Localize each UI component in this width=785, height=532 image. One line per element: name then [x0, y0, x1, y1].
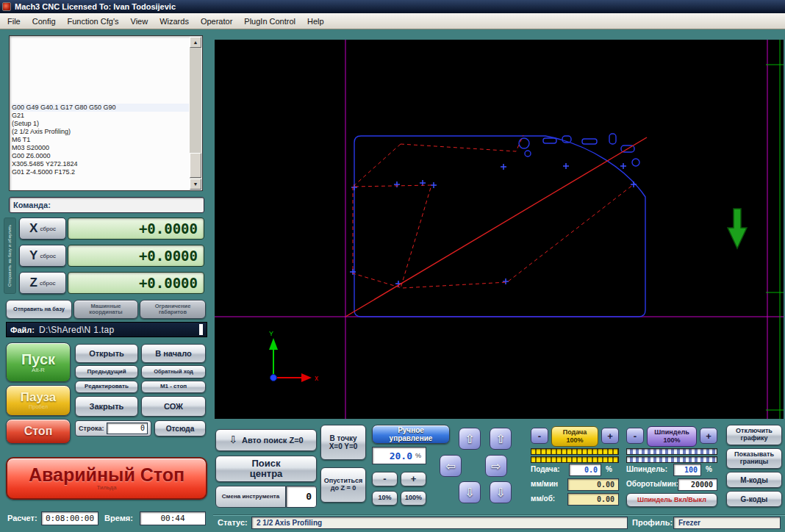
scroll-up-icon[interactable]: ▲: [190, 37, 201, 48]
z-zero-button[interactable]: Z сброс: [19, 272, 66, 294]
line-number-display[interactable]: 0: [107, 423, 148, 434]
scroll-down-icon[interactable]: ▼: [190, 179, 201, 190]
coolant-button[interactable]: СОЖ: [141, 396, 206, 417]
status-message: 2 1/2 Axis Profiling: [251, 517, 628, 529]
menu-file[interactable]: File: [1, 14, 26, 29]
tool-position-arrow: [728, 209, 747, 248]
cycle-start-label: Пуск: [21, 351, 55, 367]
title-bar: Mach3 CNC Licensed To: Ivan Todosijevic: [0, 0, 785, 13]
gcode-line[interactable]: (2 1/2 Axis Profiling): [12, 128, 189, 136]
goto-xy-zero-button[interactable]: В точку X=0 Y=0: [320, 425, 366, 460]
table-boundary-lines: [766, 40, 784, 419]
close-file-button[interactable]: Закрыть: [75, 396, 138, 417]
feed-rate-unit: %: [606, 465, 612, 473]
gcode-line-current[interactable]: G00 G49 G40.1 G17 G80 G50 G90: [12, 104, 189, 112]
edit-gcode-button[interactable]: Редактировать: [75, 381, 138, 393]
feed-override-slider-track[interactable]: [531, 456, 619, 463]
cycle-start-button[interactable]: Пуск Alt-R: [6, 342, 71, 382]
menu-wizards[interactable]: Wizards: [154, 14, 195, 29]
feed-override-reset-button[interactable]: Подача 100%: [551, 426, 598, 447]
machine-limit-lines: [215, 40, 784, 419]
cycle-start-hotkey: Alt-R: [32, 367, 45, 374]
tool-change-button[interactable]: Смена инструмента: [215, 486, 286, 508]
menu-help[interactable]: Help: [301, 14, 330, 29]
jog-step-decrease-button[interactable]: -: [372, 472, 398, 486]
emergency-stop-label: Аварийный Стоп: [29, 465, 184, 486]
jog-100-percent-label: 100%: [405, 495, 422, 502]
jog-y-plus-button[interactable]: ⇧: [459, 428, 481, 450]
feed-hold-button[interactable]: Пауза Пробел: [6, 385, 71, 416]
jog-100-percent-button[interactable]: 100%: [401, 491, 426, 506]
menu-view[interactable]: View: [125, 14, 154, 29]
menu-config[interactable]: Config: [26, 14, 62, 29]
stop-button[interactable]: Стоп: [6, 419, 71, 444]
reverse-run-button[interactable]: Обратный ход: [141, 365, 206, 378]
jog-left-icon: ⇦: [445, 459, 455, 473]
machine-coords-button[interactable]: Машинные координаты: [74, 300, 138, 319]
y-dro-display[interactable]: +0.0000: [68, 245, 204, 267]
scroll-thumb[interactable]: [190, 153, 201, 178]
command-input[interactable]: Команда:: [9, 197, 204, 213]
gcode-scrollbar[interactable]: ▲ ▼: [190, 37, 201, 190]
gcode-line[interactable]: G00 Z6.0000: [12, 152, 189, 160]
feed-override-slider[interactable]: [531, 448, 619, 455]
gcode-listing[interactable]: G00 G49 G40.1 G17 G80 G50 G90 G21 (Setup…: [9, 35, 203, 191]
jog-x-minus-button[interactable]: ⇦: [440, 455, 462, 477]
jog-x-plus-button[interactable]: ⇨: [485, 455, 507, 477]
jog-step-display[interactable]: 20.0 %: [372, 447, 426, 464]
y-zero-button[interactable]: Y сброс: [19, 245, 66, 267]
find-center-button[interactable]: Поиск центра: [215, 456, 317, 482]
soft-limits-button[interactable]: Ограничение габаритов: [140, 300, 206, 319]
feed-increase-button[interactable]: +: [601, 428, 619, 444]
jog-step-increase-button[interactable]: +: [401, 472, 426, 486]
toolpath-display[interactable]: Y x: [215, 40, 784, 419]
gcode-line[interactable]: G21: [12, 112, 189, 120]
gcode-line[interactable]: (Setup 1): [12, 120, 189, 128]
open-file-button[interactable]: Открыть: [75, 344, 138, 363]
ref-all-zero-vertical-button[interactable]: Отправить на базу и обнулить: [4, 218, 16, 294]
jog-z-plus-button[interactable]: ⇧: [490, 428, 512, 450]
menu-plugin-control[interactable]: PlugIn Control: [238, 14, 301, 29]
gcode-line[interactable]: M03 S20000: [12, 144, 189, 152]
spindle-decrease-button[interactable]: -: [626, 428, 644, 444]
gcode-line[interactable]: G01 Z-4.5000 F175.2: [12, 168, 189, 176]
gcode-line[interactable]: M6 T1: [12, 136, 189, 144]
menu-function-cfgs[interactable]: Function Cfg's: [62, 14, 125, 29]
jog-z-minus-button[interactable]: ⇩: [490, 481, 512, 503]
show-bounds-button[interactable]: Показывать границы: [726, 448, 782, 469]
ref-all-home-button[interactable]: Отправить на базу: [6, 300, 72, 319]
g-codes-button[interactable]: G-коды: [726, 491, 782, 507]
jog-mode-label: Ручное управление: [379, 426, 443, 442]
jog-10-percent-button[interactable]: 10%: [372, 491, 398, 506]
spindle-percent-display: 100: [673, 464, 701, 476]
emergency-stop-button[interactable]: Аварийный Стоп Тильда: [6, 457, 207, 500]
m-codes-button[interactable]: М-коды: [726, 472, 782, 488]
tool-number-display[interactable]: 0: [286, 486, 317, 508]
spindle-override-reset-button[interactable]: Шпиндель 100%: [647, 426, 697, 447]
goto-z-zero-button[interactable]: Опуститься до Z = 0: [320, 467, 366, 503]
jog-y-minus-button[interactable]: ⇩: [459, 481, 481, 503]
spindle-override-slider[interactable]: [626, 448, 717, 455]
menu-operator[interactable]: Operator: [195, 14, 238, 29]
rapid-move-lines: [345, 135, 647, 317]
profile-name: Frezer: [673, 517, 781, 529]
spindle-increase-button[interactable]: +: [700, 428, 717, 444]
run-from-here-button[interactable]: Отсюда: [154, 420, 206, 436]
x-zero-button[interactable]: X сброс: [19, 218, 66, 240]
single-step-back-button[interactable]: Предыдущий: [75, 365, 138, 378]
loaded-file-field[interactable]: Файл: D:\ShAred\N 1.tap: [6, 322, 207, 337]
toggle-graphics-button[interactable]: Отключить графику: [726, 425, 782, 445]
spindle-override-slider-track[interactable]: [626, 456, 717, 463]
spindle-toggle-button[interactable]: Шпиндель Вкл/Выкл: [626, 493, 717, 507]
m1-optional-stop-button[interactable]: M1 - стоп: [141, 381, 206, 393]
spindle-toggle-label: Шпиндель Вкл/Выкл: [637, 497, 706, 504]
feed-decrease-button[interactable]: -: [531, 428, 548, 444]
mach3-app-icon: [2, 2, 11, 11]
x-dro-display[interactable]: +0.0000: [68, 218, 204, 240]
auto-zero-z-button[interactable]: ⇩ Авто поиск Z=0: [215, 429, 317, 451]
single-step-back-label: Предыдущий: [87, 369, 126, 375]
z-dro-display[interactable]: +0.0000: [68, 272, 204, 294]
rewind-button[interactable]: В начало: [141, 344, 206, 363]
jog-mode-button[interactable]: Ручное управление: [372, 425, 450, 444]
gcode-line[interactable]: X305.5485 Y272.1824: [12, 160, 189, 168]
